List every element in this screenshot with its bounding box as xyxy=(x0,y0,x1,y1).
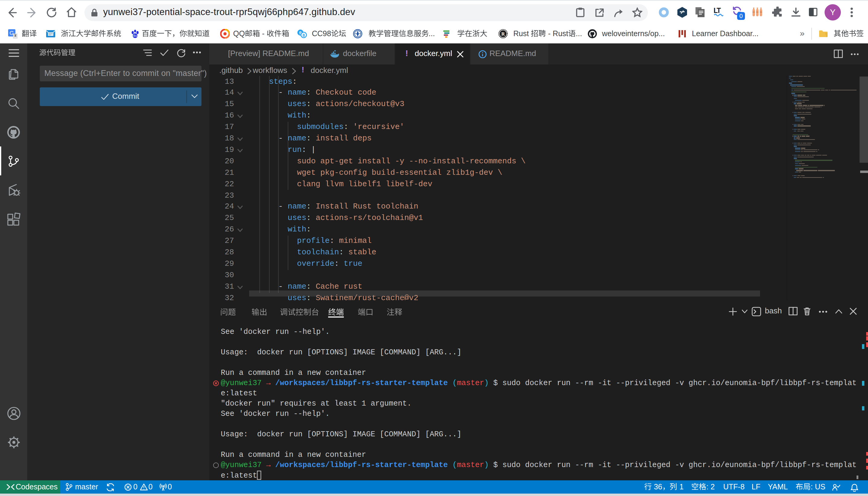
svg-text:du: du xyxy=(133,34,137,38)
svg-text:8: 8 xyxy=(302,33,304,38)
svg-text:LT: LT xyxy=(714,7,721,14)
svg-text:R: R xyxy=(501,31,505,36)
